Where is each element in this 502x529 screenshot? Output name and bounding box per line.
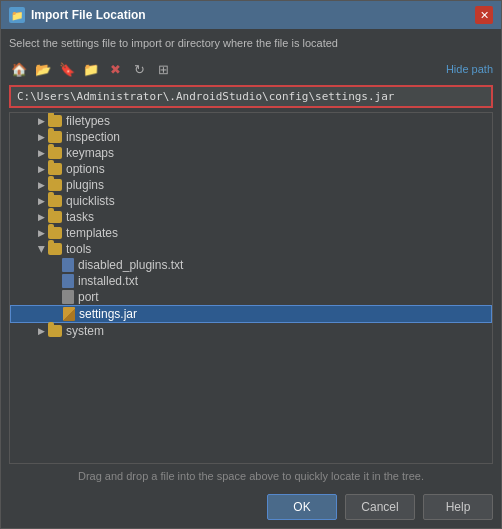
button-bar: OK Cancel Help xyxy=(9,486,493,520)
folder-icon xyxy=(48,179,62,191)
tree-item-label: plugins xyxy=(66,178,104,192)
port-file-icon xyxy=(62,290,74,304)
list-item[interactable]: keymaps xyxy=(10,145,492,161)
tree-item-label: keymaps xyxy=(66,146,114,160)
bookmark-button[interactable]: 🔖 xyxy=(57,59,77,79)
close-button[interactable]: ✕ xyxy=(475,6,493,24)
title-bar: 📁 Import File Location ✕ xyxy=(1,1,501,29)
tree-item-label: filetypes xyxy=(66,114,110,128)
expand-button[interactable]: ⊞ xyxy=(153,59,173,79)
title-bar-left: 📁 Import File Location xyxy=(9,7,146,23)
home-button[interactable]: 🏠 xyxy=(9,59,29,79)
folder-open-button[interactable]: 📂 xyxy=(33,59,53,79)
file-tree[interactable]: filetypes inspection keymaps opt xyxy=(9,112,493,464)
folder-icon xyxy=(48,227,62,239)
list-item[interactable]: tools xyxy=(10,241,492,257)
list-item[interactable]: plugins xyxy=(10,177,492,193)
folder-icon xyxy=(48,195,62,207)
tree-arrow[interactable] xyxy=(34,114,48,128)
folder-icon xyxy=(48,115,62,127)
folder-add-button[interactable]: 📁 xyxy=(81,59,101,79)
tree-item-label: port xyxy=(78,290,99,304)
list-item[interactable]: port xyxy=(10,289,492,305)
tree-arrow[interactable] xyxy=(34,194,48,208)
list-item[interactable]: options xyxy=(10,161,492,177)
toolbar: 🏠 📂 🔖 📁 ✖ ↻ ⊞ Hide path xyxy=(9,57,493,81)
dialog-icon: 📁 xyxy=(9,7,25,23)
list-item[interactable]: system xyxy=(10,323,492,339)
help-button[interactable]: Help xyxy=(423,494,493,520)
jar-file-icon xyxy=(63,307,75,321)
list-item[interactable]: settings.jar xyxy=(10,305,492,323)
tree-item-label: templates xyxy=(66,226,118,240)
tree-arrow[interactable] xyxy=(34,162,48,176)
tree-arrow[interactable] xyxy=(34,210,48,224)
tree-arrow[interactable] xyxy=(34,324,48,338)
txt-file-icon xyxy=(62,274,74,288)
path-input-container xyxy=(9,85,493,108)
dialog-title: Import File Location xyxy=(31,8,146,22)
tree-item-label: tasks xyxy=(66,210,94,224)
tree-arrow[interactable] xyxy=(34,130,48,144)
list-item[interactable]: filetypes xyxy=(10,113,492,129)
tree-arrow[interactable] xyxy=(34,178,48,192)
folder-icon xyxy=(48,163,62,175)
folder-icon xyxy=(48,211,62,223)
folder-icon xyxy=(48,325,62,337)
dialog-body: Select the settings file to import or di… xyxy=(1,29,501,528)
tree-item-label: quicklists xyxy=(66,194,115,208)
txt-file-icon xyxy=(62,258,74,272)
list-item[interactable]: inspection xyxy=(10,129,492,145)
tree-item-label: installed.txt xyxy=(78,274,138,288)
tree-arrow[interactable] xyxy=(34,146,48,160)
import-file-location-dialog: 📁 Import File Location ✕ Select the sett… xyxy=(0,0,502,529)
tree-item-label: inspection xyxy=(66,130,120,144)
list-item[interactable]: disabled_plugins.txt xyxy=(10,257,492,273)
instruction-text: Select the settings file to import or di… xyxy=(9,37,493,49)
tree-arrow[interactable] xyxy=(34,242,48,256)
list-item[interactable]: tasks xyxy=(10,209,492,225)
tree-item-label: system xyxy=(66,324,104,338)
tree-item-label: settings.jar xyxy=(79,307,137,321)
tree-item-label: tools xyxy=(66,242,91,256)
tree-arrow[interactable] xyxy=(34,226,48,240)
hide-path-link[interactable]: Hide path xyxy=(446,63,493,75)
cancel-button[interactable]: Cancel xyxy=(345,494,415,520)
list-item[interactable]: quicklists xyxy=(10,193,492,209)
drag-hint: Drag and drop a file into the space abov… xyxy=(9,466,493,486)
folder-icon xyxy=(48,147,62,159)
tree-item-label: options xyxy=(66,162,105,176)
tree-item-label: disabled_plugins.txt xyxy=(78,258,183,272)
delete-button[interactable]: ✖ xyxy=(105,59,125,79)
list-item[interactable]: templates xyxy=(10,225,492,241)
ok-button[interactable]: OK xyxy=(267,494,337,520)
path-input[interactable] xyxy=(11,87,491,106)
list-item[interactable]: installed.txt xyxy=(10,273,492,289)
folder-icon xyxy=(48,131,62,143)
refresh-button[interactable]: ↻ xyxy=(129,59,149,79)
folder-icon xyxy=(48,243,62,255)
